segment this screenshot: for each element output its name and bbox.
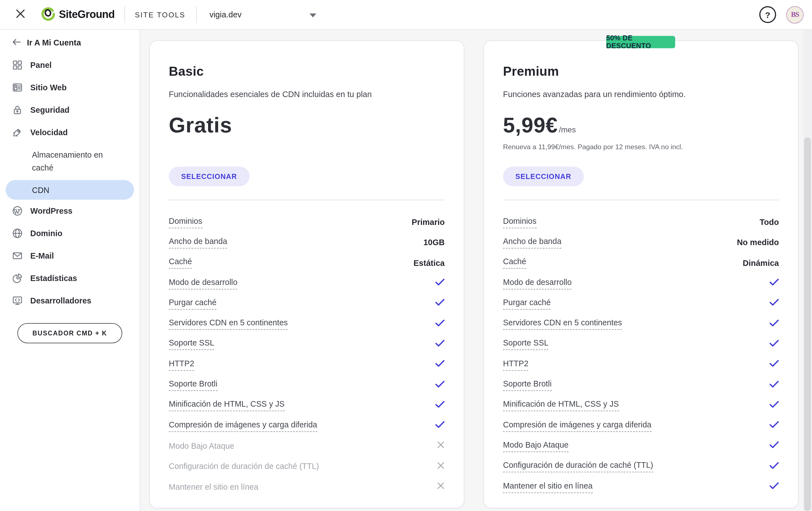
feature-label[interactable]: Purgar caché xyxy=(503,298,551,310)
feature-label[interactable]: Mantener el sitio en línea xyxy=(503,481,593,493)
feature-row: Minificación de HTML, CSS y JS xyxy=(503,395,779,416)
check-icon xyxy=(770,339,779,349)
feature-label[interactable]: Minificación de HTML, CSS y JS xyxy=(169,400,285,411)
check-icon xyxy=(770,482,779,492)
sidebar-item-velocidad[interactable]: Velocidad xyxy=(0,121,140,144)
select-premium-button[interactable]: SELECCIONAR xyxy=(503,167,584,186)
close-button[interactable] xyxy=(16,9,25,20)
feature-row: Soporte Brotli xyxy=(503,375,779,395)
check-icon xyxy=(435,299,445,309)
plan-card-premium: Premium Funciones avanzadas para un rend… xyxy=(483,40,799,508)
feature-label[interactable]: Modo de desarrollo xyxy=(503,277,572,289)
feature-label[interactable]: Servidores CDN en 5 continentes xyxy=(503,318,622,330)
feature-label[interactable]: Soporte Brotli xyxy=(503,379,552,391)
feature-row: HTTP2 xyxy=(503,354,779,375)
plan-renewal-note: Renueva a 11,99€/mes. Pagado por 12 mese… xyxy=(503,142,779,151)
chevron-down-icon xyxy=(309,10,316,19)
feature-row: Servidores CDN en 5 continentes xyxy=(503,314,779,334)
sidebar-item-wordpress[interactable]: WordPress xyxy=(0,200,140,222)
command-search-button[interactable]: BUSCADOR CMD + K xyxy=(18,323,122,343)
feature-row: Soporte SSL xyxy=(169,334,445,355)
feature-label[interactable]: Soporte SSL xyxy=(169,339,214,350)
feature-label[interactable]: Modo Bajo Ataque xyxy=(503,440,569,452)
plan-card-basic: Basic Funcionalidades esenciales de CDN … xyxy=(149,40,464,508)
feature-label[interactable]: Minificación de HTML, CSS y JS xyxy=(503,400,619,411)
back-to-account-label: Ir A Mi Cuenta xyxy=(27,38,81,47)
feature-row: Purgar caché xyxy=(503,293,779,314)
feature-row: Mantener el sitio en línea xyxy=(169,477,445,497)
feature-label[interactable]: Ancho de banda xyxy=(503,237,561,249)
check-icon xyxy=(770,319,779,329)
feature-row: Compresión de imágenes y carga diferida xyxy=(503,416,779,436)
card-divider xyxy=(503,200,779,200)
pie-icon xyxy=(12,273,23,284)
grid-icon xyxy=(12,59,23,71)
feature-row: Mantener el sitio en línea xyxy=(503,477,779,497)
siteground-logo[interactable]: SiteGround xyxy=(41,6,115,23)
feature-label: Modo Bajo Ataque xyxy=(169,442,234,451)
sidebar-item-seguridad[interactable]: Seguridad xyxy=(0,99,140,121)
avatar[interactable]: BS xyxy=(786,6,804,23)
cross-icon xyxy=(437,482,445,492)
sidebar-item-label: Estadísticas xyxy=(30,274,77,283)
scrollbar-thumb[interactable] xyxy=(804,137,811,511)
feature-label[interactable]: Caché xyxy=(169,257,192,269)
site-selector-dropdown[interactable]: vigia.dev xyxy=(209,10,316,19)
feature-row: Soporte Brotli xyxy=(169,375,445,395)
feature-label[interactable]: HTTP2 xyxy=(503,359,528,370)
select-basic-button[interactable]: SELECCIONAR xyxy=(169,167,250,186)
feature-label[interactable]: Modo de desarrollo xyxy=(169,277,237,289)
feature-label[interactable]: Dominios xyxy=(169,216,202,228)
sidebar-item-sitio-web[interactable]: Sitio Web xyxy=(0,76,140,99)
feature-label[interactable]: Caché xyxy=(503,257,526,269)
sidebar-item-cdn[interactable]: CDN xyxy=(6,180,134,200)
check-icon xyxy=(435,319,445,329)
feature-label[interactable]: Soporte Brotli xyxy=(169,379,217,391)
cross-icon xyxy=(437,441,445,451)
feature-label: Mantener el sitio en línea xyxy=(169,482,259,492)
feature-label[interactable]: Compresión de imágenes y carga diferida xyxy=(169,420,317,432)
topbar-divider xyxy=(125,6,125,23)
sidebar-item-dominio[interactable]: Dominio xyxy=(0,222,140,245)
vertical-scrollbar[interactable] xyxy=(803,30,812,511)
back-to-account-link[interactable]: Ir A Mi Cuenta xyxy=(0,33,140,52)
check-icon xyxy=(435,400,445,410)
feature-value: 10GB xyxy=(424,238,445,247)
close-icon xyxy=(16,9,25,20)
sidebar-item-desarrolladores[interactable]: Desarrolladores xyxy=(0,289,140,312)
sidebar-item-panel[interactable]: Panel xyxy=(0,54,140,76)
sidebar-item-estadisticas[interactable]: Estadísticas xyxy=(0,267,140,289)
feature-row: Minificación de HTML, CSS y JS xyxy=(169,395,445,416)
globe-icon xyxy=(12,228,23,239)
sidebar-item-email[interactable]: E-Mail xyxy=(0,245,140,267)
check-icon xyxy=(770,278,779,288)
topbar-right: ? BS xyxy=(759,6,804,23)
section-label: SITE TOOLS xyxy=(135,10,185,19)
card-divider xyxy=(169,200,445,200)
feature-label[interactable]: Purgar caché xyxy=(169,298,216,310)
help-button[interactable]: ? xyxy=(759,6,776,23)
sidebar-item-almacenamiento-en-cache[interactable]: Almacenamiento en caché xyxy=(0,149,140,174)
feature-label[interactable]: Dominios xyxy=(503,216,536,228)
siteground-logo-mark-icon xyxy=(41,6,56,23)
feature-value: Primario xyxy=(412,218,445,227)
feature-list: DominiosTodoAncho de bandaNo medidoCaché… xyxy=(503,212,779,497)
plan-head: Premium Funciones avanzadas para un rend… xyxy=(503,63,779,167)
feature-label[interactable]: HTTP2 xyxy=(169,359,194,370)
sidebar-nav: PanelSitio WebSeguridadVelocidadAlmacena… xyxy=(0,54,140,312)
feature-row: Servidores CDN en 5 continentes xyxy=(169,314,445,334)
feature-label[interactable]: Compresión de imágenes y carga diferida xyxy=(503,420,651,432)
feature-label[interactable]: Soporte SSL xyxy=(503,339,548,350)
check-icon xyxy=(435,360,445,370)
feature-row: Modo de desarrollo xyxy=(503,273,779,294)
feature-label: Configuración de duración de caché (TTL) xyxy=(169,462,319,471)
arrow-left-icon xyxy=(12,38,21,47)
feature-row: DominiosPrimario xyxy=(169,212,445,232)
feature-row: Soporte SSL xyxy=(503,334,779,355)
feature-label[interactable]: Ancho de banda xyxy=(169,237,227,249)
feature-label[interactable]: Configuración de duración de caché (TTL) xyxy=(503,460,653,472)
feature-label[interactable]: Servidores CDN en 5 continentes xyxy=(169,318,288,330)
code-monitor-icon xyxy=(12,295,23,306)
feature-value: Todo xyxy=(760,218,779,227)
rocket-icon xyxy=(12,127,23,138)
